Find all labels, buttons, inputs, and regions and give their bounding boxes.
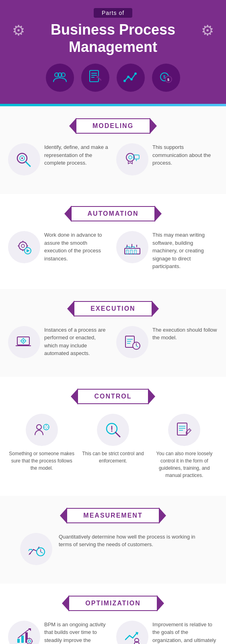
svg-point-24 [21, 244, 25, 248]
chart-gear-icon [8, 621, 40, 644]
optimization-text-2: Improvement is relative to the goals of … [152, 621, 218, 644]
svg-rect-63 [21, 636, 24, 643]
control-text-3: You can also more loosely control it in … [151, 450, 218, 479]
svg-point-8 [123, 80, 126, 82]
automation-col-2: This may mean writing software, building… [116, 231, 218, 270]
section-automation: AUTOMATION Work done in advance to assur… [0, 194, 226, 289]
section-optimization: OPTIMIZATION BPM is an ongoing activity … [0, 584, 226, 644]
automation-col-1: Work done in advance to assure the smoot… [8, 231, 110, 263]
arrow-person-icon [116, 621, 148, 644]
gear-icon-right: ⚙ [201, 22, 214, 39]
section-control: CONTROL Something or someone makes sure … [0, 377, 226, 496]
optimization-label-wrap: OPTIMIZATION [8, 596, 218, 611]
optimization-row: BPM is an ongoing activity that builds o… [8, 621, 218, 644]
modeling-text-2: This supports communication about the pr… [152, 143, 218, 167]
execution-text-1: Instances of a process are performed or … [44, 326, 110, 357]
document-pencil-icon [168, 414, 200, 446]
measurement-label: MEASUREMENT [66, 508, 159, 523]
person-lightbulb-icon [26, 414, 58, 446]
automation-label-wrap: AUTOMATION [8, 206, 218, 221]
svg-text:$: $ [167, 78, 169, 82]
gear-icon-left: ⚙ [12, 22, 25, 39]
svg-point-22 [129, 156, 132, 159]
checklist-clock-icon [116, 326, 148, 358]
control-label-wrap: CONTROL [8, 389, 218, 404]
section-execution: EXECUTION Instances of a process are per… [0, 289, 226, 377]
laptop-gear-icon [8, 326, 40, 358]
modeling-row: Identify, define, and make a representat… [8, 143, 218, 175]
svg-rect-51 [177, 423, 187, 435]
lightbulb-chat-icon [116, 143, 148, 175]
execution-col-2: The execution should follow the model. [116, 326, 218, 358]
control-item-2: This can be strict control and enforceme… [79, 414, 146, 479]
svg-rect-31 [130, 250, 132, 254]
automation-text-2: This may mean writing software, building… [152, 231, 218, 270]
modeling-label: MODELING [76, 118, 150, 134]
modeling-label-wrap: MODELING [8, 118, 218, 134]
header-title: Business Process Management [16, 21, 210, 56]
optimization-text-1: BPM is an ongoing activity that builds o… [44, 621, 110, 644]
svg-line-17 [26, 162, 30, 166]
svg-point-9 [127, 76, 129, 78]
automation-row: Work done in advance to assure the smoot… [8, 231, 218, 270]
control-text-1: Something or someone makes sure that the… [8, 450, 75, 472]
modeling-col-2: This supports communication about the pr… [116, 143, 218, 175]
svg-point-7 [97, 76, 99, 78]
svg-point-19 [21, 157, 23, 159]
measurement-text: Quantitatively determine how well the pr… [59, 533, 206, 549]
automation-text-1: Work done in advance to assure the smoot… [44, 231, 110, 262]
svg-point-11 [134, 72, 137, 75]
modeling-col-1: Identify, define, and make a representat… [8, 143, 110, 175]
chart-icon [117, 64, 145, 92]
svg-point-50 [111, 430, 112, 431]
execution-label: EXECUTION [74, 301, 152, 316]
svg-rect-32 [134, 250, 136, 254]
optimization-col-2: Improvement is relative to the goals of … [116, 621, 218, 644]
automation-label: AUTOMATION [71, 206, 156, 221]
execution-text-2: The execution should follow the model. [152, 326, 218, 342]
magnify-exclaim-icon [97, 414, 129, 446]
svg-rect-62 [17, 639, 20, 643]
execution-row: Instances of a process are performed or … [8, 326, 218, 358]
header: ⚙ ⚙ Parts of Business Process Management [0, 0, 226, 104]
svg-line-57 [29, 549, 29, 551]
header-icons: $ $ [0, 64, 226, 92]
control-item-1: Something or someone makes sure that the… [8, 414, 75, 479]
factory-icon [116, 231, 148, 263]
svg-point-21 [136, 160, 137, 161]
control-label: CONTROL [77, 389, 148, 404]
optimization-label: OPTIMIZATION [68, 596, 157, 611]
search-gear-icon [8, 143, 40, 175]
section-modeling: MODELING Identify, define, and make a re… [0, 106, 226, 194]
svg-point-10 [130, 78, 133, 80]
control-item-3: You can also more loosely control it in … [151, 414, 218, 479]
document-icon [81, 64, 109, 92]
svg-point-45 [37, 425, 41, 429]
svg-point-66 [27, 638, 32, 644]
execution-col-1: Instances of a process are performed or … [8, 326, 110, 358]
team-icon [46, 64, 74, 92]
svg-point-37 [23, 340, 24, 342]
scale-clock-icon [20, 533, 52, 565]
header-subtitle: Parts of [94, 8, 132, 18]
control-text-2: This can be strict control and enforceme… [79, 450, 146, 464]
svg-line-55 [189, 429, 190, 431]
section-measurement: MEASUREMENT Quantitatively determine how… [0, 496, 226, 584]
svg-rect-30 [126, 250, 128, 254]
modeling-text-1: Identify, define, and make a representat… [44, 143, 110, 167]
optimization-col-1: BPM is an ongoing activity that builds o… [8, 621, 110, 644]
svg-line-48 [115, 432, 120, 437]
control-row: Something or someone makes sure that the… [8, 414, 218, 479]
measurement-label-wrap: MEASUREMENT [8, 508, 218, 523]
gear-play-icon [8, 231, 40, 263]
execution-label-wrap: EXECUTION [8, 301, 218, 316]
money-icon: $ $ [152, 64, 180, 92]
measurement-row: Quantitatively determine how well the pr… [8, 533, 218, 565]
